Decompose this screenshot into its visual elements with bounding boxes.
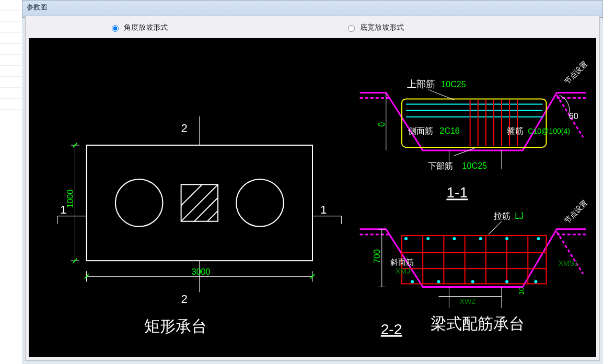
sec22-title: 2-2 [381,321,402,337]
sec22-dim-corner: 10 [517,287,525,295]
pile-circle-left [115,179,163,227]
sec22-node-setting: 节点设置 [563,198,589,225]
dim-width: 3000 [192,267,211,276]
svg-point-58 [537,237,540,240]
sec22-slope-value: XMJ [396,267,410,275]
radio-width-slope-label: 底宽放坡形式 [360,23,404,31]
slope-mode-radios: 角度放坡形式 底宽放坡形式 [26,20,599,35]
svg-line-40 [455,148,476,156]
svg-point-56 [479,237,482,240]
sec22-tie-value: LJ [515,211,524,220]
radio-width-slope-input[interactable] [348,25,355,32]
sec11-dim-h: 0 [377,122,386,127]
svg-point-54 [426,237,430,240]
sec11-side-rebar-label: 侧面筋 [408,126,433,135]
svg-point-60 [437,280,440,283]
row-gutter [0,0,22,364]
svg-line-4 [168,171,215,219]
svg-point-57 [505,237,508,240]
section-mark-2-top: 2 [181,122,188,135]
section-mark-2-bottom: 2 [181,292,188,306]
sec11-node-setting: 节点设置 [563,60,589,86]
sec11-angle: 60 [569,111,578,121]
drawing-canvas: 2 2 1 1 [29,38,596,357]
radio-angle-slope-label: 角度放坡形式 [124,23,168,31]
sec11-top-rebar-value: 10C25 [441,79,466,89]
svg-line-2 [176,179,224,227]
svg-point-59 [411,280,414,283]
svg-rect-25 [402,99,547,147]
radio-width-slope[interactable]: 底宽放坡形式 [345,23,404,32]
svg-point-55 [453,237,456,240]
svg-point-62 [505,280,508,283]
svg-line-43 [557,232,583,274]
svg-line-3 [184,184,231,232]
column-hatch [168,171,239,237]
radio-angle-slope[interactable]: 角度放坡形式 [109,23,168,32]
sec22-slope-right: XMSJ [559,259,578,267]
section-1-1: 0 60 上部筋 10C25 侧面筋 2C16 箍筋 C10@100(4) 下部… [360,60,589,201]
dim-height: 1000 [65,190,75,208]
plan-title: 矩形承台 [144,318,207,335]
pile-circle-right [236,179,284,227]
sec11-side-rebar-value: 2C16 [439,126,459,135]
sec11-stirrup-value: C10@100(4) [528,127,570,135]
sec11-bottom-rebar-value: 10C25 [462,161,487,170]
svg-point-53 [404,237,408,240]
section-2-2: 700 10 拉筋 LJ 斜面筋 XMJ XMSJ XWZ 节点设置 [360,198,589,337]
sec11-title: 1-1 [446,185,468,201]
svg-line-69 [489,221,502,234]
sec11-stirrup-label: 箍筋 [507,126,524,135]
svg-point-61 [471,280,474,283]
sec11-top-rebar-label: 上部筋 [407,79,435,89]
svg-rect-44 [402,236,547,284]
svg-line-5 [192,190,239,237]
sec22-slope-label: 斜面筋 [390,257,414,266]
sec22-subtitle: 梁式配筋承台 [431,315,525,332]
sec11-bottom-rebar-label: 下部筋 [428,161,453,170]
radio-angle-slope-input[interactable] [112,25,119,32]
section-mark-1-right: 1 [320,203,327,216]
svg-point-63 [534,280,537,283]
sec22-tie-label: 拉筋 [494,211,511,220]
sec22-dim-h: 700 [372,249,381,263]
sec22-bottom-code: XWZ [460,297,477,306]
panel-title: 参数图 [22,0,603,18]
